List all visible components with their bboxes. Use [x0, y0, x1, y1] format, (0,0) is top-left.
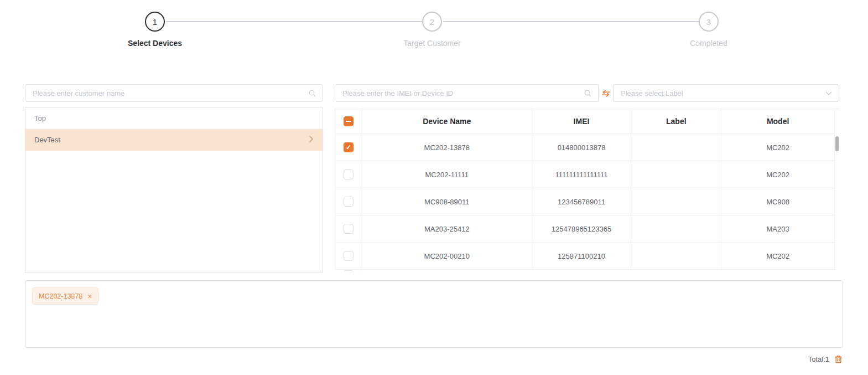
cell-imei: 125478965123365 [532, 215, 632, 243]
cell-model: MA203 [721, 215, 835, 243]
swap-glyph: ⇆ [601, 88, 610, 99]
customer-list-item-label: DevTest [34, 136, 60, 144]
device-table: Device Name IMEI Label Model ✓ MC202-138… [335, 109, 839, 271]
table-row[interactable]: MA203-25412 125478965123365 MA203 [335, 215, 839, 243]
imei-search-input[interactable] [335, 85, 584, 101]
cell-model: MC202 [721, 134, 835, 161]
step-3-number: 3 [706, 17, 711, 27]
step-1-circle: 1 [145, 12, 165, 32]
selected-devices-area: MC202-13878 × [25, 280, 843, 348]
customer-search-box[interactable] [25, 84, 323, 102]
cell-imei: 123456789011 [532, 188, 632, 215]
search-icon [584, 89, 592, 97]
trash-icon[interactable] [834, 355, 843, 364]
cell-imei: 125871100210 [532, 243, 632, 270]
footer-total: Total:1 [808, 355, 843, 364]
step-connector-2 [443, 21, 699, 22]
column-header-imei: IMEI [532, 109, 632, 134]
table-row[interactable]: MC202-11111 111111111111111 MC202 [335, 161, 839, 188]
row-checkbox[interactable] [344, 197, 354, 207]
customer-search-input[interactable] [25, 85, 308, 101]
cell-device-name: MC202-11111 [362, 161, 532, 188]
table-row-partial [335, 270, 839, 271]
cell-model: MC202 [721, 161, 835, 188]
imei-search-box[interactable] [335, 84, 599, 102]
customer-list: Top DevTest [25, 107, 323, 273]
row-checkbox [344, 270, 354, 271]
chevron-down-icon [825, 88, 832, 98]
table-header-row: Device Name IMEI Label Model [335, 109, 839, 134]
select-all-checkbox[interactable] [344, 116, 354, 126]
cell-model: MC908 [721, 188, 835, 215]
cell-model: MC202 [721, 243, 835, 270]
row-checkbox[interactable] [344, 251, 354, 261]
row-checkbox[interactable] [344, 224, 354, 234]
selected-device-tag: MC202-13878 × [32, 287, 98, 305]
customer-list-item-top[interactable]: Top [25, 107, 323, 129]
minus-icon [346, 121, 351, 122]
customer-list-item-devtest[interactable]: DevTest [25, 129, 323, 151]
search-icon [308, 89, 316, 97]
step-3-circle: 3 [699, 12, 719, 32]
step-2-circle: 2 [422, 12, 442, 32]
tag-label: MC202-13878 [39, 292, 82, 300]
row-checkbox[interactable]: ✓ [344, 142, 354, 152]
cell-imei: 014800013878 [532, 134, 632, 161]
step-1-number: 1 [153, 17, 157, 27]
cell-device-name: MC202-00210 [362, 243, 532, 270]
table-row[interactable]: MC908-89011 123456789011 MC908 [335, 188, 839, 215]
table-scrollbar-thumb[interactable] [835, 136, 839, 151]
cell-label [631, 161, 721, 188]
column-header-model: Model [721, 109, 835, 134]
column-header-device-name: Device Name [362, 109, 532, 134]
label-select[interactable]: Please select Label [613, 84, 839, 102]
header-checkbox-cell [335, 109, 362, 134]
step-connector-1 [166, 21, 422, 22]
table-row[interactable]: ✓ MC202-13878 014800013878 MC202 [335, 134, 839, 161]
swap-icon[interactable]: ⇆ [599, 84, 611, 102]
step-1-label: Select Devices [94, 39, 216, 48]
column-header-label: Label [631, 109, 721, 134]
cell-label [631, 134, 721, 161]
step-3-label: Completed [648, 39, 770, 48]
close-icon[interactable]: × [87, 292, 92, 300]
cell-device-name: MC908-89011 [362, 188, 532, 215]
step-2-label: Target Customer [371, 39, 493, 48]
total-count: Total:1 [808, 355, 829, 363]
cell-label [631, 243, 721, 270]
label-select-placeholder: Please select Label [621, 89, 683, 97]
customer-list-item-label: Top [34, 114, 46, 122]
cell-label [631, 215, 721, 243]
check-icon: ✓ [346, 144, 351, 151]
table-row[interactable]: MC202-00210 125871100210 MC202 [335, 243, 839, 270]
cell-label [631, 188, 721, 215]
chevron-right-icon [309, 135, 314, 145]
cell-device-name: MA203-25412 [362, 215, 532, 243]
step-2-number: 2 [430, 17, 434, 27]
cell-imei: 111111111111111 [532, 161, 632, 188]
row-checkbox[interactable] [344, 169, 354, 179]
cell-device-name: MC202-13878 [362, 134, 532, 161]
